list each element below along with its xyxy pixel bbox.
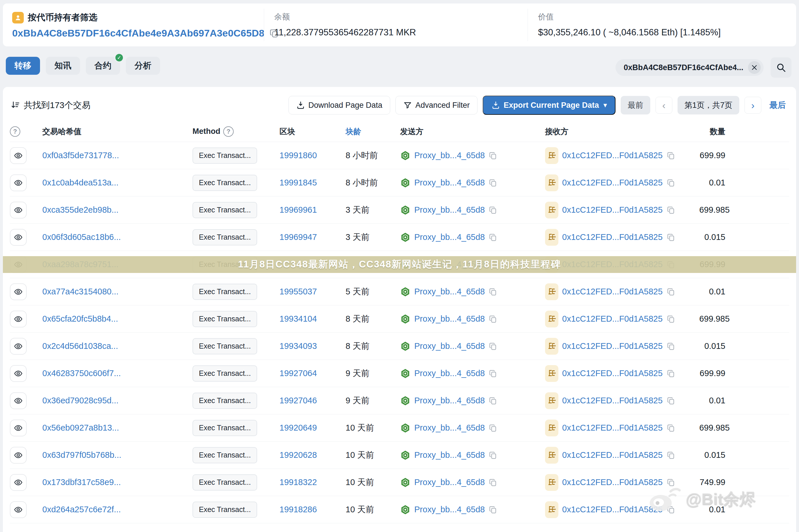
- block-link[interactable]: 19969947: [279, 232, 317, 242]
- from-address-link[interactable]: Proxy_bb...4_65d8: [414, 505, 485, 514]
- preview-eye-button[interactable]: [10, 229, 27, 246]
- block-link[interactable]: 19934104: [279, 314, 317, 323]
- to-address-link[interactable]: 0x1cC12FED...F0d1A5825: [562, 396, 663, 405]
- export-page-data-button[interactable]: Export Current Page Data ▾: [483, 96, 615, 115]
- copy-to-icon[interactable]: [667, 451, 675, 459]
- tx-hash-link[interactable]: 0xca355de2eb98b...: [42, 205, 118, 214]
- preview-eye-button[interactable]: [10, 311, 27, 327]
- tx-hash-link[interactable]: 0x63d797f05b768b...: [42, 450, 122, 459]
- method-button[interactable]: Exec Transact...: [192, 474, 257, 491]
- preview-eye-button[interactable]: [10, 474, 27, 491]
- tab-analytics[interactable]: 分析: [126, 57, 160, 75]
- copy-to-icon[interactable]: [667, 151, 675, 160]
- block-link[interactable]: 19927046: [279, 396, 317, 405]
- from-address-link[interactable]: Proxy_bb...4_65d8: [414, 396, 485, 405]
- tx-hash-link[interactable]: 0x65cfa20fc5b8b4...: [42, 314, 118, 323]
- to-address-link[interactable]: 0x1cC12FED...F0d1A5825: [562, 314, 663, 324]
- preview-eye-button[interactable]: [10, 420, 27, 436]
- method-button[interactable]: Exec Transact...: [192, 365, 257, 382]
- method-button[interactable]: Exec Transact...: [192, 338, 257, 354]
- copy-from-icon[interactable]: [488, 206, 497, 214]
- from-address-link[interactable]: Proxy_bb...4_65d8: [414, 287, 485, 297]
- from-address-link[interactable]: Proxy_bb...4_65d8: [414, 151, 485, 160]
- from-address-link[interactable]: Proxy_bb...4_65d8: [414, 341, 485, 351]
- copy-to-icon[interactable]: [667, 178, 675, 187]
- preview-eye-button[interactable]: [10, 338, 27, 355]
- copy-to-icon[interactable]: [667, 342, 675, 350]
- tx-hash-link[interactable]: 0x06f3d605ac18b6...: [42, 232, 121, 242]
- method-button[interactable]: Exec Transact...: [192, 284, 257, 300]
- from-address-link[interactable]: Proxy_bb...4_65d8: [414, 314, 485, 324]
- search-button[interactable]: [770, 57, 792, 78]
- method-help-icon[interactable]: ?: [223, 126, 234, 137]
- to-address-link[interactable]: 0x1cC12FED...F0d1A5825: [562, 368, 663, 378]
- tab-transfer[interactable]: 转移: [6, 57, 40, 75]
- from-address-link[interactable]: Proxy_bb...4_65d8: [414, 232, 485, 242]
- tx-hash-link[interactable]: 0x56eb0927a8b13...: [42, 423, 119, 432]
- copy-to-icon[interactable]: [667, 233, 675, 242]
- to-address-link[interactable]: 0x1cC12FED...F0d1A5825: [562, 341, 663, 351]
- col-age[interactable]: 块龄: [346, 126, 400, 137]
- copy-to-icon[interactable]: [667, 315, 675, 323]
- preview-eye-button[interactable]: [10, 501, 27, 518]
- to-address-link[interactable]: 0x1cC12FED...F0d1A5825: [562, 287, 663, 297]
- copy-to-icon[interactable]: [667, 206, 675, 214]
- to-address-link[interactable]: 0x1cC12FED...F0d1A5825: [562, 450, 663, 460]
- copy-from-icon[interactable]: [488, 287, 497, 296]
- tab-contract[interactable]: 合约✓: [86, 57, 120, 75]
- block-link[interactable]: 19934093: [279, 341, 317, 350]
- copy-to-icon[interactable]: [667, 369, 675, 378]
- tx-hash-link[interactable]: 0x173dbf317c58e9...: [42, 477, 121, 487]
- copy-from-icon[interactable]: [488, 424, 497, 432]
- to-address-link[interactable]: 0x1cC12FED...F0d1A5825: [562, 178, 663, 188]
- copy-from-icon[interactable]: [488, 369, 497, 378]
- method-button[interactable]: Exec Transact...: [192, 501, 257, 518]
- copy-from-icon[interactable]: [488, 178, 497, 187]
- method-button[interactable]: Exec Transact...: [192, 202, 257, 218]
- to-address-link[interactable]: 0x1cC12FED...F0d1A5825: [562, 423, 663, 433]
- tx-hash-link[interactable]: 0xa77a4c3154080...: [42, 287, 118, 296]
- from-address-link[interactable]: Proxy_bb...4_65d8: [414, 423, 485, 433]
- block-link[interactable]: 19991845: [279, 178, 317, 187]
- holder-address-link[interactable]: 0xBbA4C8eB57DF16c4CfAbe4e9A3Ab697A3e0C65…: [12, 27, 264, 39]
- next-page-button[interactable]: ›: [744, 97, 761, 114]
- preview-eye-button[interactable]: [10, 147, 27, 164]
- method-button[interactable]: Exec Transact...: [192, 148, 257, 164]
- to-address-link[interactable]: 0x1cC12FED...F0d1A5825: [562, 151, 663, 160]
- copy-to-icon[interactable]: [667, 424, 675, 432]
- block-link[interactable]: 19955037: [279, 287, 317, 296]
- from-address-link[interactable]: Proxy_bb...4_65d8: [414, 178, 485, 188]
- method-button[interactable]: Exec Transact...: [192, 229, 257, 245]
- tx-hash-link[interactable]: 0x2c4d56d1038ca...: [42, 341, 118, 350]
- block-link[interactable]: 19920649: [279, 423, 317, 432]
- copy-from-icon[interactable]: [488, 451, 497, 459]
- advanced-filter-button[interactable]: Advanced Filter: [395, 96, 478, 114]
- clear-search-icon[interactable]: [748, 61, 761, 74]
- block-link[interactable]: 19969961: [279, 205, 317, 214]
- from-address-link[interactable]: Proxy_bb...4_65d8: [414, 368, 485, 378]
- tx-hash-link[interactable]: 0x1c0ab4dea513a...: [42, 178, 118, 187]
- from-address-link[interactable]: Proxy_bb...4_65d8: [414, 450, 485, 460]
- prev-page-button[interactable]: ‹: [655, 97, 672, 114]
- tab-news[interactable]: 知讯: [46, 57, 80, 75]
- sort-icon[interactable]: [11, 100, 20, 110]
- copy-from-icon[interactable]: [488, 396, 497, 405]
- copy-to-icon[interactable]: [667, 287, 675, 296]
- first-page-button[interactable]: 最前: [621, 96, 650, 114]
- preview-eye-button[interactable]: [10, 392, 27, 409]
- method-button[interactable]: Exec Transact...: [192, 393, 257, 409]
- preview-eye-button[interactable]: [10, 283, 27, 300]
- copy-from-icon[interactable]: [488, 478, 497, 487]
- from-address-link[interactable]: Proxy_bb...4_65d8: [414, 477, 485, 487]
- to-address-link[interactable]: 0x1cC12FED...F0d1A5825: [562, 205, 663, 215]
- copy-to-icon[interactable]: [667, 396, 675, 405]
- preview-eye-button[interactable]: [10, 365, 27, 382]
- block-link[interactable]: 19918322: [279, 477, 317, 487]
- method-button[interactable]: Exec Transact...: [192, 420, 257, 436]
- to-address-link[interactable]: 0x1cC12FED...F0d1A5825: [562, 505, 663, 514]
- copy-from-icon[interactable]: [488, 233, 497, 242]
- copy-from-icon[interactable]: [488, 505, 497, 514]
- copy-from-icon[interactable]: [488, 342, 497, 350]
- block-link[interactable]: 19920628: [279, 450, 317, 459]
- tx-hash-link[interactable]: 0xd264a257c6e72f...: [42, 505, 121, 514]
